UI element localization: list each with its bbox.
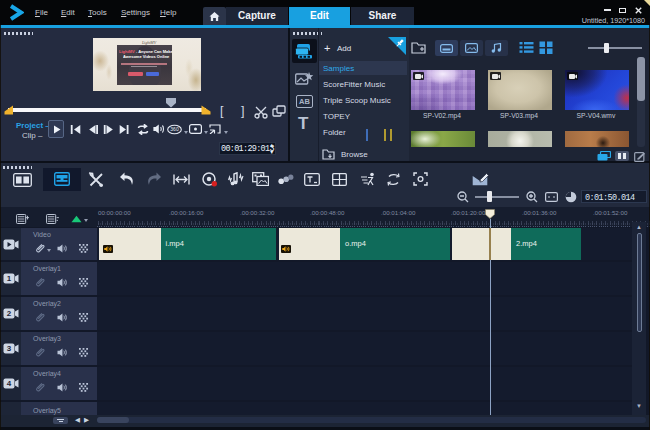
svg-text:360: 360 — [170, 126, 179, 132]
svg-text:2: 2 — [7, 310, 12, 319]
svg-text:3: 3 — [7, 345, 12, 354]
svg-text:4: 4 — [7, 379, 12, 388]
svg-text:1: 1 — [7, 275, 12, 284]
